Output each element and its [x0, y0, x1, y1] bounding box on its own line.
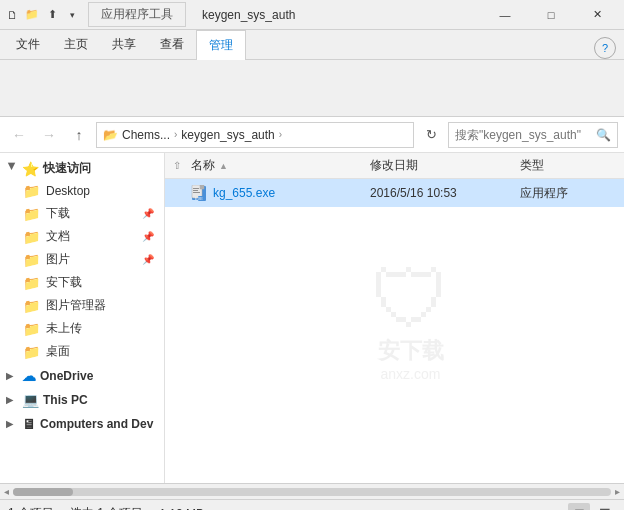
sidebar-section-onedrive: ▶ ☁ OneDrive	[0, 365, 164, 387]
selected-count: 选中 1 个项目	[70, 505, 143, 510]
search-icon: 🔍	[596, 128, 611, 142]
col-sort[interactable]: ⇧	[169, 160, 185, 171]
desktop-folder-icon: 📁	[22, 183, 40, 199]
pictures-folder-icon: 📁	[22, 252, 40, 268]
sidebar-item-downloads-label: 下载	[46, 205, 70, 222]
new-doc-icon[interactable]: 🗋	[4, 7, 20, 23]
sidebar-item-documents-label: 文档	[46, 228, 70, 245]
sidebar-item-picmanager-label: 图片管理器	[46, 297, 106, 314]
file-name: kg_655.exe	[213, 186, 275, 200]
sidebar-item-pictures[interactable]: 📁 图片 📌	[0, 248, 164, 271]
ribbon-manage-content	[8, 78, 27, 98]
onedrive-chevron: ▶	[6, 371, 18, 381]
dropdown-icon[interactable]: ▾	[64, 7, 80, 23]
thispc-chevron: ▶	[6, 395, 18, 405]
onedrive-icon: ☁	[22, 368, 36, 384]
forward-button[interactable]: →	[36, 122, 62, 148]
col-name-label: 名称	[191, 157, 215, 174]
documents-pin-icon: 📌	[142, 231, 154, 242]
path-arrow-2: ›	[279, 129, 282, 140]
pictures-pin-icon: 📌	[142, 254, 154, 265]
sidebar: ▶ ⭐ 快速访问 📁 Desktop 📁 下载 📌 📁 文档 📌 📁 图片	[0, 153, 165, 483]
picmanager-folder-icon: 📁	[22, 298, 40, 314]
tab-file[interactable]: 文件	[4, 29, 52, 59]
sidebar-computers-header[interactable]: ▶ 🖥 Computers and Dev	[0, 413, 164, 435]
svg-rect-7	[193, 190, 198, 191]
sidebar-thispc-header[interactable]: ▶ 💻 This PC	[0, 389, 164, 411]
back-button[interactable]: ←	[6, 122, 32, 148]
sidebar-item-downloads[interactable]: 📁 下载 📌	[0, 202, 164, 225]
sidebar-thispc-label: This PC	[43, 393, 88, 407]
scroll-right-arrow[interactable]: ▸	[615, 486, 620, 497]
sidebar-onedrive-header[interactable]: ▶ ☁ OneDrive	[0, 365, 164, 387]
sidebar-item-documents[interactable]: 📁 文档 📌	[0, 225, 164, 248]
sidebar-computers-label: Computers and Dev	[40, 417, 153, 431]
large-icon-view-button[interactable]: ⊞	[568, 503, 590, 511]
close-button[interactable]: ✕	[574, 0, 620, 30]
svg-rect-8	[193, 192, 200, 193]
quickaccess-icon: ⭐	[22, 161, 39, 177]
sidebar-item-desktop[interactable]: 📁 Desktop	[0, 180, 164, 202]
sidebar-item-notuploaded[interactable]: 📁 未上传	[0, 317, 164, 340]
address-bar: ← → ↑ 📂 Chems... › keygen_sys_auth › ↻ 🔍	[0, 117, 624, 153]
sidebar-item-pictures-label: 图片	[46, 251, 70, 268]
window-title: keygen_sys_auth	[202, 8, 295, 22]
table-row[interactable]: EXE kg_655.exe 2016/5/16 10:53 应用程序	[165, 179, 624, 207]
sidebar-item-notuploaded-label: 未上传	[46, 320, 82, 337]
path-chemspad: Chems...	[122, 128, 170, 142]
file-list-header: ⇧ 名称 ▲ 修改日期 类型	[165, 153, 624, 179]
tab-home[interactable]: 主页	[52, 29, 100, 59]
folder-icon[interactable]: 📁	[24, 7, 40, 23]
view-controls: ⊞ ☰	[568, 503, 616, 511]
file-size: 1.12 MB	[159, 507, 204, 511]
refresh-button[interactable]: ↻	[418, 122, 444, 148]
documents-folder-icon: 📁	[22, 229, 40, 245]
search-box[interactable]: 🔍	[448, 122, 618, 148]
col-date[interactable]: 修改日期	[370, 157, 520, 174]
col-type[interactable]: 类型	[520, 157, 620, 174]
maximize-button[interactable]: □	[528, 0, 574, 30]
thispc-icon: 💻	[22, 392, 39, 408]
file-list: ⇧ 名称 ▲ 修改日期 类型	[165, 153, 624, 483]
scroll-thumb[interactable]	[13, 488, 73, 496]
computers-icon: 🖥	[22, 416, 36, 432]
sidebar-item-zhuomian-label: 桌面	[46, 343, 70, 360]
address-path[interactable]: 📂 Chems... › keygen_sys_auth ›	[96, 122, 414, 148]
ribbon-app-tab[interactable]: 应用程序工具	[88, 2, 186, 27]
path-arrow-1: ›	[174, 129, 177, 140]
tab-share[interactable]: 共享	[100, 29, 148, 59]
sidebar-quickaccess-header[interactable]: ▶ ⭐ 快速访问	[0, 157, 164, 180]
watermark: 🛡 安下载 anxz.com	[371, 254, 451, 382]
sidebar-item-zhuomian[interactable]: 📁 桌面	[0, 340, 164, 363]
col-name-sort-icon: ▲	[219, 161, 228, 171]
horizontal-scrollbar[interactable]: ◂ ▸	[0, 483, 624, 499]
watermark-text: 安下载	[371, 336, 451, 366]
detail-view-button[interactable]: ☰	[594, 503, 616, 511]
anzaiload-folder-icon: 📁	[22, 275, 40, 291]
minimize-button[interactable]: —	[482, 0, 528, 30]
title-bar: 🗋 📁 ⬆ ▾ 应用程序工具 keygen_sys_auth — □ ✕	[0, 0, 624, 30]
sidebar-section-quickaccess: ▶ ⭐ 快速访问 📁 Desktop 📁 下载 📌 📁 文档 📌 📁 图片	[0, 157, 164, 363]
sidebar-section-computers: ▶ 🖥 Computers and Dev	[0, 413, 164, 435]
exe-file-icon: EXE	[191, 185, 207, 201]
up-button[interactable]: ↑	[66, 122, 92, 148]
quickaccess-chevron: ▶	[7, 163, 17, 175]
scroll-track[interactable]	[13, 488, 611, 496]
tab-manage[interactable]: 管理	[196, 30, 246, 60]
col-name[interactable]: 名称 ▲	[185, 157, 370, 174]
ribbon-tabs: 文件 主页 共享 查看 管理 ?	[0, 30, 624, 60]
downloads-pin-icon: 📌	[142, 208, 154, 219]
ribbon-app-tab-label: 应用程序工具	[101, 7, 173, 21]
sidebar-section-thispc: ▶ 💻 This PC	[0, 389, 164, 411]
up-icon[interactable]: ⬆	[44, 7, 60, 23]
watermark-url: anxz.com	[371, 366, 451, 382]
search-input[interactable]	[455, 128, 592, 142]
sidebar-item-anzaiload[interactable]: 📁 安下载	[0, 271, 164, 294]
help-button[interactable]: ?	[594, 37, 616, 59]
sidebar-item-picmanager[interactable]: 📁 图片管理器	[0, 294, 164, 317]
path-segment-1: 📂	[103, 128, 118, 142]
tab-view[interactable]: 查看	[148, 29, 196, 59]
file-name-cell: EXE kg_655.exe	[185, 185, 370, 201]
computers-chevron: ▶	[6, 419, 18, 429]
scroll-left-arrow[interactable]: ◂	[4, 486, 9, 497]
